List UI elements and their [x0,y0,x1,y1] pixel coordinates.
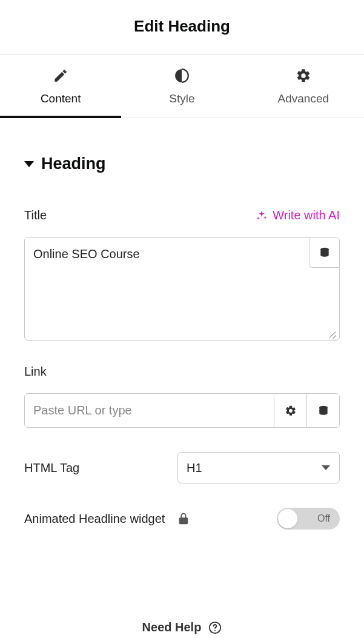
link-input-row [24,393,340,428]
write-with-ai-button[interactable]: Write with AI [256,208,340,222]
database-icon [317,405,329,417]
pencil-icon [53,68,68,84]
link-label: Link [24,365,47,379]
title-label: Title [24,208,47,222]
title-input-wrap [24,237,340,341]
caret-down-icon [24,161,34,167]
control-link: Link [24,365,340,428]
control-animated-headline: Animated Headline widget Off [24,508,340,530]
animated-headline-label-wrap: Animated Headline widget [24,512,190,526]
section-title: Heading [41,155,106,173]
dynamic-tags-button[interactable] [309,238,339,268]
control-title: Title Write with AI [24,208,340,341]
tabs: Content Style Advanced [0,55,364,118]
section-content: Heading Title Write with AI Link [0,118,364,634]
animated-headline-label: Animated Headline widget [24,512,165,526]
html-tag-select-wrap: H1 [177,452,340,483]
link-dynamic-button[interactable] [306,394,339,427]
gear-icon [296,68,311,84]
tab-content[interactable]: Content [0,55,121,118]
svg-point-3 [214,630,216,631]
control-html-tag: HTML Tag H1 [24,452,340,483]
tab-label: Content [41,92,81,105]
link-options-button[interactable] [274,394,306,427]
link-input[interactable] [25,394,274,427]
tab-advanced[interactable]: Advanced [243,55,364,118]
sparkle-icon [256,210,268,222]
help-label: Need Help [142,620,202,634]
panel-header: Edit Heading [0,0,364,55]
title-textarea[interactable] [25,238,339,337]
lock-icon [177,512,190,525]
panel-title: Edit Heading [0,17,364,36]
toggle-state-label: Off [317,513,330,524]
animated-headline-toggle[interactable]: Off [277,508,340,530]
toggle-knob [278,509,297,528]
help-circle-icon [208,621,222,634]
tab-label: Advanced [278,92,329,105]
need-help-link[interactable]: Need Help [24,620,340,634]
ai-link-label: Write with AI [273,208,340,222]
gear-icon [285,405,297,417]
tab-style[interactable]: Style [121,55,242,118]
html-tag-label: HTML Tag [24,461,79,475]
html-tag-select[interactable]: H1 [177,452,340,483]
database-icon [319,247,331,259]
section-toggle-heading[interactable]: Heading [24,155,340,173]
contrast-icon [174,68,190,84]
tab-label: Style [169,92,194,105]
